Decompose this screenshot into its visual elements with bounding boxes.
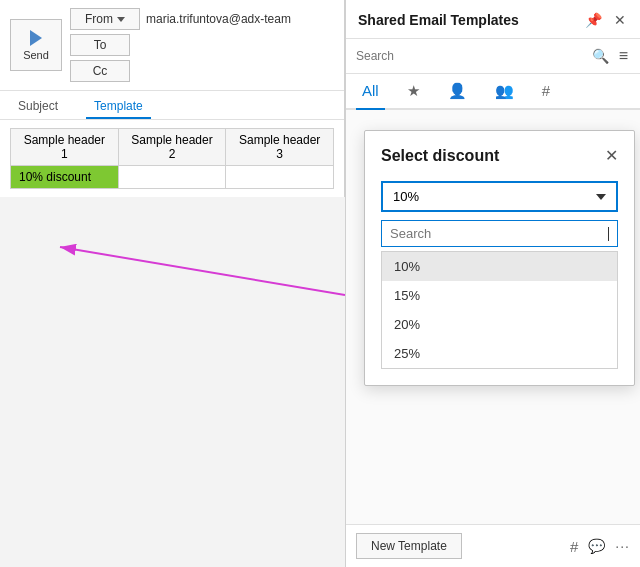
search-icon: 🔍 bbox=[592, 48, 609, 64]
dropdown-list: 10% 15% 20% 25% bbox=[381, 251, 618, 369]
send-button[interactable]: Send bbox=[10, 19, 62, 71]
from-label: From bbox=[85, 12, 113, 26]
email-toolbar: Send From To Cc bbox=[0, 0, 344, 91]
dropdown-option-20[interactable]: 20% bbox=[382, 310, 617, 339]
pin-icon: 📌 bbox=[585, 12, 602, 28]
text-cursor bbox=[608, 227, 609, 241]
cell-empty-2 bbox=[226, 166, 334, 189]
cc-button[interactable]: Cc bbox=[70, 60, 130, 82]
more-footer-icon[interactable]: ··· bbox=[615, 538, 630, 554]
search-icons: 🔍 ≡ bbox=[590, 45, 630, 67]
dropdown-selected[interactable]: 10% bbox=[381, 181, 618, 212]
table-header-row: Sample header 1 Sample header 2 Sample h… bbox=[11, 129, 334, 166]
send-arrow-icon bbox=[30, 30, 42, 46]
filter-button[interactable]: ≡ bbox=[617, 45, 630, 67]
footer-icons: # 💬 ··· bbox=[570, 538, 630, 555]
to-button[interactable]: To bbox=[70, 34, 130, 56]
dropdown-chevron-icon bbox=[596, 194, 606, 200]
dropdown-option-25[interactable]: 25% bbox=[382, 339, 617, 368]
tab-hash[interactable]: # bbox=[536, 78, 556, 108]
templates-panel: Shared Email Templates 📌 ✕ 🔍 ≡ All ★ bbox=[345, 0, 640, 567]
to-row: To bbox=[70, 34, 334, 56]
dropdown-option-10[interactable]: 10% bbox=[382, 252, 617, 281]
email-fields: From To Cc bbox=[70, 8, 334, 82]
search-row: 🔍 ≡ bbox=[346, 39, 640, 74]
hashtag-footer-icon[interactable]: # bbox=[570, 538, 578, 555]
search-button[interactable]: 🔍 bbox=[590, 46, 611, 66]
star-icon: ★ bbox=[407, 82, 420, 99]
select-discount-modal: Select discount ✕ 10% 10% 15% 20% 25% bbox=[364, 130, 635, 386]
dropdown-search-box bbox=[381, 220, 618, 247]
panel-footer: New Template # 💬 ··· bbox=[346, 524, 640, 567]
tab-user[interactable]: 👤 bbox=[442, 78, 473, 108]
from-row: From bbox=[70, 8, 334, 30]
tab-all[interactable]: All bbox=[356, 78, 385, 110]
tab-template[interactable]: Template bbox=[86, 95, 151, 119]
team-icon: 👥 bbox=[495, 82, 514, 99]
close-panel-button[interactable]: ✕ bbox=[612, 10, 628, 30]
panel-header: Shared Email Templates 📌 ✕ bbox=[346, 0, 640, 39]
selected-value: 10% bbox=[393, 189, 419, 204]
modal-title: Select discount bbox=[381, 147, 499, 165]
discount-cell: 10% discount bbox=[11, 166, 119, 189]
tabs-row: All ★ 👤 👥 # bbox=[346, 74, 640, 110]
data-table: Sample header 1 Sample header 2 Sample h… bbox=[10, 128, 334, 189]
tab-subject[interactable]: Subject bbox=[10, 95, 66, 119]
panel-body: Select discount ✕ 10% 10% 15% 20% 25% bbox=[346, 110, 640, 524]
user-icon: 👤 bbox=[448, 82, 467, 99]
col-header-3: Sample header 3 bbox=[226, 129, 334, 166]
svg-line-1 bbox=[60, 247, 345, 295]
tab-favorites[interactable]: ★ bbox=[401, 78, 426, 108]
from-input[interactable] bbox=[146, 10, 334, 28]
email-compose-panel: Send From To Cc bbox=[0, 0, 345, 197]
col-header-2: Sample header 2 bbox=[118, 129, 226, 166]
dropdown-search-input[interactable] bbox=[390, 226, 604, 241]
new-template-label: New Template bbox=[371, 539, 447, 553]
cc-input[interactable] bbox=[136, 62, 334, 80]
from-chevron-icon bbox=[117, 17, 125, 22]
panel-title: Shared Email Templates bbox=[358, 12, 519, 28]
subject-tab-row: Subject Template bbox=[0, 91, 344, 120]
modal-close-button[interactable]: ✕ bbox=[605, 148, 618, 164]
to-label: To bbox=[94, 38, 107, 52]
filter-icon: ≡ bbox=[619, 47, 628, 64]
cc-label: Cc bbox=[93, 64, 108, 78]
col-header-1: Sample header 1 bbox=[11, 129, 119, 166]
panel-header-icons: 📌 ✕ bbox=[583, 10, 628, 30]
table-row: 10% discount bbox=[11, 166, 334, 189]
panel-search-input[interactable] bbox=[356, 49, 586, 63]
close-panel-icon: ✕ bbox=[614, 12, 626, 28]
cc-row: Cc bbox=[70, 60, 334, 82]
cell-empty-1 bbox=[118, 166, 226, 189]
new-template-button[interactable]: New Template bbox=[356, 533, 462, 559]
close-icon: ✕ bbox=[605, 147, 618, 164]
table-area: Sample header 1 Sample header 2 Sample h… bbox=[0, 120, 344, 197]
pin-button[interactable]: 📌 bbox=[583, 10, 604, 30]
from-button[interactable]: From bbox=[70, 8, 140, 30]
tab-team[interactable]: 👥 bbox=[489, 78, 520, 108]
modal-header: Select discount ✕ bbox=[381, 147, 618, 165]
to-input[interactable] bbox=[136, 36, 334, 54]
dropdown-option-15[interactable]: 15% bbox=[382, 281, 617, 310]
hash-icon: # bbox=[542, 82, 550, 99]
send-label: Send bbox=[23, 49, 49, 61]
comment-footer-icon[interactable]: 💬 bbox=[588, 538, 605, 554]
